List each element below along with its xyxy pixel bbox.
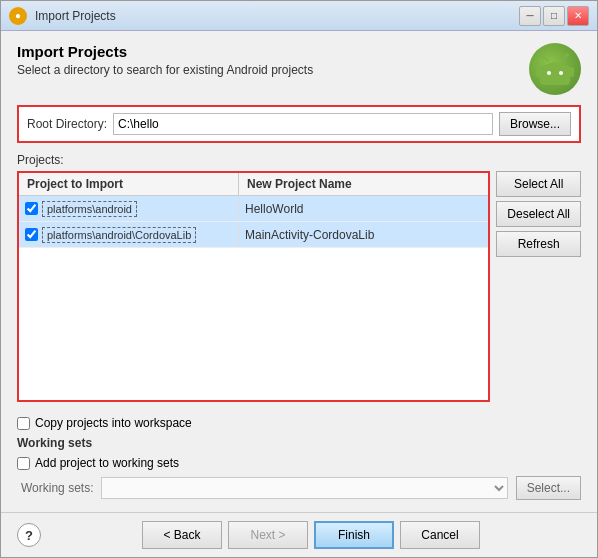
svg-point-8: [565, 53, 569, 57]
svg-rect-1: [536, 67, 541, 77]
header-area: Import Projects Select a directory to se…: [17, 43, 581, 95]
copy-projects-checkbox[interactable]: [17, 417, 30, 430]
working-sets-label: Working sets:: [21, 481, 93, 495]
row1-name-cell: HelloWorld: [239, 199, 488, 219]
svg-point-7: [541, 53, 545, 57]
col-header-name: New Project Name: [239, 173, 488, 195]
help-button[interactable]: ?: [17, 523, 41, 547]
working-sets-select-button[interactable]: Select...: [516, 476, 581, 500]
table-body: platforms\android HelloWorld platforms\a…: [19, 196, 488, 400]
browse-button[interactable]: Browse...: [499, 112, 571, 136]
maximize-button[interactable]: □: [543, 6, 565, 26]
import-projects-window: ● Import Projects ─ □ ✕ Import Projects …: [0, 0, 598, 558]
add-to-working-sets-row: Add project to working sets: [17, 456, 581, 470]
row1-checkbox[interactable]: [25, 202, 38, 215]
refresh-button[interactable]: Refresh: [496, 231, 581, 257]
next-button[interactable]: Next >: [228, 521, 308, 549]
options-area: Copy projects into workspace Working set…: [17, 412, 581, 500]
projects-label: Projects:: [17, 153, 581, 167]
row1-path: platforms\android: [42, 201, 137, 217]
working-sets-select-row: Working sets: Select...: [17, 476, 581, 500]
table-row: platforms\android HelloWorld: [19, 196, 488, 222]
working-sets-select[interactable]: [101, 477, 507, 499]
page-title: Import Projects: [17, 43, 529, 60]
row2-name-cell: MainActivity-CordovaLib: [239, 225, 488, 245]
svg-point-3: [547, 71, 551, 75]
svg-point-4: [559, 71, 563, 75]
page-subtitle: Select a directory to search for existin…: [17, 63, 529, 77]
root-directory-label: Root Directory:: [27, 117, 107, 131]
add-to-working-sets-checkbox[interactable]: [17, 457, 30, 470]
side-buttons: Select All Deselect All Refresh: [496, 171, 581, 402]
row2-project-cell: platforms\android\CordovaLib: [19, 224, 239, 246]
row2-checkbox[interactable]: [25, 228, 38, 241]
window-icon: ●: [9, 7, 27, 25]
copy-projects-row: Copy projects into workspace: [17, 416, 581, 430]
cancel-button[interactable]: Cancel: [400, 521, 480, 549]
root-directory-input[interactable]: [113, 113, 493, 135]
projects-section: Projects: Project to Import New Project …: [17, 153, 581, 402]
copy-projects-label[interactable]: Copy projects into workspace: [35, 416, 192, 430]
back-button[interactable]: < Back: [142, 521, 222, 549]
root-directory-row: Root Directory: Browse...: [17, 105, 581, 143]
main-content: Import Projects Select a directory to se…: [1, 31, 597, 512]
minimize-button[interactable]: ─: [519, 6, 541, 26]
deselect-all-button[interactable]: Deselect All: [496, 201, 581, 227]
svg-rect-2: [569, 67, 574, 77]
nav-buttons: < Back Next > Finish Cancel: [41, 521, 581, 549]
col-header-project: Project to Import: [19, 173, 239, 195]
table-row: platforms\android\CordovaLib MainActivit…: [19, 222, 488, 248]
row1-project-cell: platforms\android: [19, 198, 239, 220]
add-to-working-sets-label[interactable]: Add project to working sets: [35, 456, 179, 470]
projects-row: Project to Import New Project Name platf…: [17, 171, 581, 402]
projects-table: Project to Import New Project Name platf…: [17, 171, 490, 402]
row2-path: platforms\android\CordovaLib: [42, 227, 196, 243]
bottom-bar: ? < Back Next > Finish Cancel: [1, 512, 597, 557]
svg-rect-0: [540, 65, 570, 85]
table-header: Project to Import New Project Name: [19, 173, 488, 196]
titlebar: ● Import Projects ─ □ ✕: [1, 1, 597, 31]
android-logo: [529, 43, 581, 95]
working-sets-title: Working sets: [17, 436, 581, 450]
window-title: Import Projects: [35, 9, 519, 23]
close-button[interactable]: ✕: [567, 6, 589, 26]
finish-button[interactable]: Finish: [314, 521, 394, 549]
select-all-button[interactable]: Select All: [496, 171, 581, 197]
window-controls: ─ □ ✕: [519, 6, 589, 26]
header-text: Import Projects Select a directory to se…: [17, 43, 529, 77]
